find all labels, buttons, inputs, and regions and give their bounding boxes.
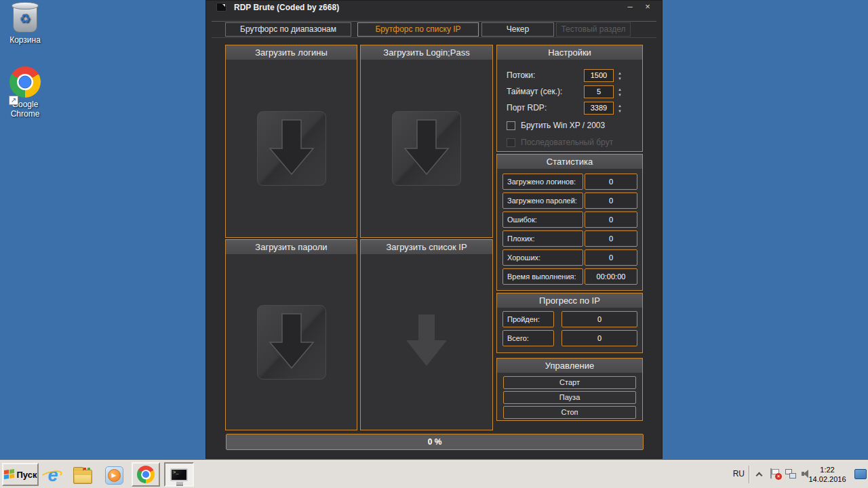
quicklaunch-media-player[interactable]: ▶ [104,465,124,485]
ip-list-area[interactable] [361,254,492,430]
download-watermark-icon [391,110,462,186]
tray-time: 1:22 [806,465,849,474]
tab-bar: Брутфорс по диапазонам Брутфорс по списк… [212,21,656,38]
spin-up-icon[interactable]: ▲ [618,104,622,108]
taskbar: Пуск e ▶ >_ RU × 1:22 14.02.2016 [0,460,868,488]
language-indicator[interactable]: RU [733,469,745,479]
window-title: RDP Brute (Coded by z668) [234,3,339,12]
load-loginpass-button[interactable]: Загрузить Login;Pass [361,45,492,60]
chrome-icon [9,66,41,98]
tray-expand-chevron-icon[interactable] [756,472,762,477]
close-button[interactable]: × [639,1,656,13]
ip-progress-row-passed: Пройден: 0 [502,311,637,327]
checkbox-icon [507,138,515,147]
load-logins-button[interactable]: Загрузить логины [226,45,357,60]
quicklaunch-internet-explorer[interactable]: e [43,465,63,485]
pause-button[interactable]: Пауза [503,391,636,404]
stop-button[interactable]: Стоп [503,406,636,419]
shortcut-arrow-icon: ↗ [9,96,18,105]
start-button-label: Пуск [17,470,37,480]
taskbar-button-rdp-brute-active[interactable]: >_ [164,462,194,487]
stat-row-loaded-logins: Загружено логинов: 0 [502,174,637,190]
stat-row-errors: Ошибок: 0 [502,211,637,228]
threads-label: Потоки: [507,70,535,80]
remote-session-icon[interactable] [854,469,867,479]
control-header: Управление [497,359,642,373]
desktop-icon-recycle-bin[interactable]: ♻ Корзина [3,4,47,45]
taskbar-button-chrome[interactable] [132,462,160,487]
recycle-bin-icon: ♻ [13,4,37,33]
panel-statistics: Статистика Загружено логинов: 0 Загружен… [496,154,643,291]
windows-logo-icon [4,469,14,480]
passwords-list-area[interactable] [226,254,357,430]
spin-down-icon[interactable]: ▼ [618,93,622,97]
spin-down-icon[interactable]: ▼ [618,109,622,113]
rdp-port-label: Порт RDP: [507,103,547,113]
window-icon [216,3,226,12]
console-monitor-icon: >_ [170,468,188,481]
threads-input[interactable]: 1500 [584,69,614,82]
timeout-label: Таймаут (сек.): [507,87,562,96]
checkbox-sequential-brute: Последовательный брут [507,138,613,147]
load-ip-list-button[interactable]: Загрузить список IP [361,240,492,254]
timeout-input[interactable]: 5 [584,85,614,98]
tab-test-section: Тестовый раздел [556,22,631,37]
download-watermark-icon [256,110,327,186]
checkbox-icon[interactable] [507,121,515,130]
desktop-icon-google-chrome[interactable]: ↗ Google Chrome [3,66,47,119]
stat-row-elapsed-time: Время выполнения: 00:00:00 [502,268,637,285]
folder-items-icon [83,468,90,470]
stat-row-loaded-passwords: Загружено паролей: 0 [502,192,637,209]
action-center-flag-icon[interactable]: × [770,468,780,479]
timeout-stepper: 5 ▲ ▼ [584,85,625,98]
panel-load-passwords: Загрузить пароли [225,239,357,430]
load-passwords-button[interactable]: Загрузить пароли [226,240,357,254]
media-player-icon: ▶ [105,466,123,485]
tab-checker[interactable]: Чекер [481,22,554,37]
checkbox-label: Последовательный брут [521,138,613,147]
rdp-brute-window: RDP Brute (Coded by z668) – × Брутфорс п… [205,0,663,459]
rdp-port-input[interactable]: 3389 [584,102,614,115]
quicklaunch-file-explorer[interactable] [73,465,93,485]
stat-row-good: Хороших: 0 [502,249,637,266]
checkbox-label: Брутить Win XP / 2003 [521,121,605,130]
start-button[interactable]: Старт [503,376,636,389]
folder-icon [73,470,92,484]
titlebar[interactable]: RDP Brute (Coded by z668) – × [206,1,662,14]
loginpass-list-area[interactable] [361,60,492,237]
panel-load-loginpass: Загрузить Login;Pass [360,45,493,238]
download-arrow-watermark-icon [399,312,454,373]
tab-brute-by-ip-list[interactable]: Брутфорс по списку IP [357,22,479,37]
play-icon: ▶ [108,469,121,482]
recycle-symbol-icon: ♻ [14,12,37,26]
checkbox-brute-winxp[interactable]: Брутить Win XP / 2003 [507,121,605,130]
network-icon[interactable] [785,469,796,479]
spin-down-icon[interactable]: ▼ [618,77,622,81]
ip-progress-row-total: Всего: 0 [502,330,637,346]
minimize-button[interactable]: – [622,1,638,13]
start-menu-button[interactable]: Пуск [2,463,39,486]
panel-control: Управление Старт Пауза Стоп [496,358,643,421]
statistics-header: Статистика [497,155,642,169]
tray-date: 14.02.2016 [806,474,849,484]
download-watermark-icon [256,304,327,380]
spin-up-icon[interactable]: ▲ [618,87,622,92]
stat-row-bad: Плохих: 0 [502,230,637,247]
panel-ip-progress: Прогресс по IP Пройден: 0 Всего: 0 [496,293,643,353]
panel-load-ip-list: Загрузить список IP [360,239,493,430]
spin-up-icon[interactable]: ▲ [618,71,622,75]
settings-header: Настройки [497,45,642,60]
panel-load-logins: Загрузить логины [225,45,357,238]
tab-brute-by-range[interactable]: Брутфорс по диапазонам [225,22,351,37]
chrome-icon [137,466,155,483]
panel-settings: Настройки Потоки: 1500 ▲ ▼ Таймаут (сек.… [496,45,643,152]
logins-list-area[interactable] [226,60,357,237]
prompt-icon: >_ [173,470,178,475]
desktop-icon-label: Корзина [3,35,47,45]
tray-divider [749,466,750,483]
overall-progress-bar: 0 % [226,434,644,450]
rdp-port-stepper: 3389 ▲ ▼ [584,102,625,115]
ip-progress-header: Прогресс по IP [497,293,642,308]
tray-clock[interactable]: 1:22 14.02.2016 [806,465,849,484]
threads-stepper: 1500 ▲ ▼ [584,69,625,82]
